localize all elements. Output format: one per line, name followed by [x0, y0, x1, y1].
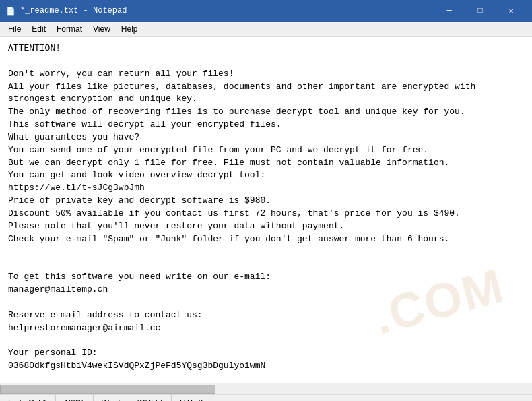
app-icon: 📄 — [5, 5, 16, 16]
status-line-endings: Windows (CRLF) — [94, 395, 172, 401]
close-button[interactable]: ✕ — [496, 0, 527, 22]
window-title: *_readme.txt - Notepad — [20, 6, 127, 16]
title-bar-left: 📄 *_readme.txt - Notepad — [5, 5, 127, 16]
editor-content[interactable]: ATTENTION! Don't worry, you can return a… — [0, 37, 532, 383]
editor-container: ATTENTION! Don't worry, you can return a… — [0, 37, 532, 383]
hscroll-track[interactable] — [0, 383, 532, 394]
menu-bar: File Edit Format View Help — [0, 22, 532, 37]
status-bar: Ln 5, Col 1 100% Windows (CRLF) UTF-8 — [0, 394, 532, 401]
menu-view[interactable]: View — [88, 23, 116, 35]
status-position: Ln 5, Col 1 — [5, 395, 56, 401]
menu-edit[interactable]: Edit — [26, 23, 51, 35]
menu-help[interactable]: Help — [116, 23, 143, 35]
status-encoding: UTF-8 — [172, 395, 211, 401]
minimize-button[interactable]: ─ — [434, 0, 465, 22]
menu-file[interactable]: File — [3, 23, 26, 35]
title-bar: 📄 *_readme.txt - Notepad ─ □ ✕ — [0, 0, 532, 22]
horizontal-scrollbar[interactable] — [0, 383, 532, 394]
title-controls: ─ □ ✕ — [434, 0, 527, 22]
hscroll-thumb[interactable] — [0, 385, 215, 394]
maximize-button[interactable]: □ — [465, 0, 496, 22]
status-zoom: 100% — [56, 395, 94, 401]
menu-format[interactable]: Format — [51, 23, 88, 35]
